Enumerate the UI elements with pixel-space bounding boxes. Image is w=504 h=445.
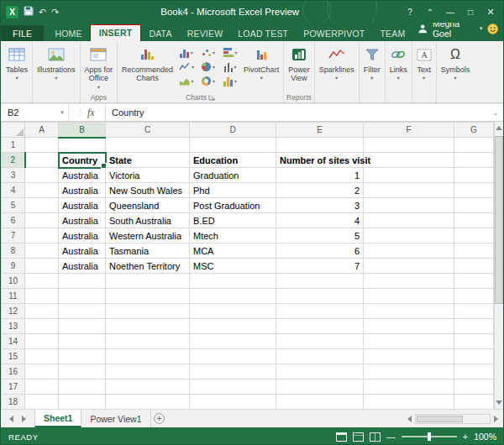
cell-B8[interactable]: Australia <box>59 243 106 259</box>
cell-F14[interactable] <box>364 334 454 349</box>
cell-A10[interactable] <box>25 274 59 289</box>
close-button[interactable]: ✕ <box>481 3 500 20</box>
tables-button[interactable]: Tables ▾ <box>3 42 30 102</box>
cell-B14[interactable] <box>59 334 106 349</box>
zoom-in-icon[interactable]: + <box>463 432 468 442</box>
tab-review[interactable]: REVIEW <box>180 25 231 41</box>
cell-G18[interactable] <box>454 395 494 410</box>
row-header-4[interactable]: 4 <box>2 183 25 198</box>
row-header-1[interactable]: 1 <box>2 138 25 153</box>
cell-G15[interactable] <box>454 349 494 364</box>
vertical-scrollbar[interactable] <box>494 122 503 409</box>
cell-G4[interactable] <box>454 183 494 198</box>
cell-C3[interactable]: Victoria <box>106 168 190 183</box>
cell-E3[interactable]: 1 <box>276 168 364 183</box>
row-header-18[interactable]: 18 <box>2 395 25 410</box>
tab-home[interactable]: HOME <box>47 25 89 41</box>
cell-D4[interactable]: Phd <box>190 183 276 198</box>
cell-F3[interactable] <box>364 168 454 183</box>
normal-view-icon[interactable] <box>336 432 347 442</box>
tab-load-test[interactable]: LOAD TEST <box>230 25 296 41</box>
sheet-tab-sheet1[interactable]: Sheet1 <box>34 410 81 427</box>
doughnut-chart-button[interactable]: ▾ <box>197 74 219 88</box>
cell-B18[interactable] <box>59 395 106 410</box>
cell-C9[interactable]: Noethen Territory <box>106 259 190 274</box>
cell-D11[interactable] <box>190 289 276 304</box>
cell-D3[interactable]: Graduation <box>190 168 276 183</box>
links-button[interactable]: Links ▾ <box>387 42 410 102</box>
help-icon[interactable]: ? <box>401 3 419 20</box>
cell-F1[interactable] <box>364 138 454 153</box>
cell-C11[interactable] <box>106 289 190 304</box>
row-header-16[interactable]: 16 <box>2 364 25 380</box>
cell-A6[interactable] <box>25 213 59 228</box>
cell-F18[interactable] <box>364 395 454 410</box>
cell-A2[interactable] <box>25 153 59 168</box>
cell-C14[interactable] <box>106 334 190 349</box>
cell-D6[interactable]: B.ED <box>190 213 276 228</box>
cell-B1[interactable] <box>59 138 106 153</box>
tab-team[interactable]: TEAM <box>372 25 412 41</box>
cell-C15[interactable] <box>106 349 190 364</box>
cell-B3[interactable]: Australia <box>59 168 106 183</box>
row-header-15[interactable]: 15 <box>2 349 25 364</box>
cell-D12[interactable] <box>190 304 276 319</box>
cell-D14[interactable] <box>190 334 276 349</box>
cell-A4[interactable] <box>25 183 59 198</box>
zoom-slider-thumb[interactable] <box>428 432 431 441</box>
cell-G11[interactable] <box>454 289 494 304</box>
tab-data[interactable]: DATA <box>141 25 179 41</box>
row-header-14[interactable]: 14 <box>2 334 25 349</box>
cell-D7[interactable]: Mtech <box>190 228 276 243</box>
cell-C4[interactable]: New South Wales <box>106 183 190 198</box>
cell-G6[interactable] <box>454 213 494 228</box>
cell-B10[interactable] <box>59 274 106 289</box>
cell-E14[interactable] <box>276 334 364 349</box>
column-header-F[interactable]: F <box>364 123 454 138</box>
column-header-A[interactable]: A <box>25 123 59 138</box>
tab-powerpivot[interactable]: POWERPIVOT <box>296 25 372 41</box>
cell-G10[interactable] <box>454 274 494 289</box>
cell-D8[interactable]: MCA <box>190 243 276 259</box>
scroll-right-icon[interactable] <box>494 416 498 422</box>
tab-insert[interactable]: INSERT <box>90 24 142 41</box>
cell-B9[interactable]: Australia <box>59 259 106 274</box>
zoom-level[interactable]: 100% <box>474 432 496 442</box>
row-header-7[interactable]: 7 <box>2 228 25 243</box>
cell-A16[interactable] <box>25 364 59 380</box>
cell-A11[interactable] <box>25 289 59 304</box>
cell-E15[interactable] <box>276 349 364 364</box>
scroll-left-icon[interactable] <box>407 416 412 422</box>
cell-D9[interactable]: MSC <box>190 259 276 274</box>
maximize-button[interactable]: □ <box>461 3 480 20</box>
cell-G3[interactable] <box>454 168 494 183</box>
scatter-chart-button[interactable]: ▾ <box>197 45 219 60</box>
cell-A5[interactable] <box>25 198 59 213</box>
cell-A7[interactable] <box>25 228 59 243</box>
cell-B15[interactable] <box>59 349 106 364</box>
row-header-6[interactable]: 6 <box>2 213 25 228</box>
cell-C1[interactable] <box>106 138 190 153</box>
tab-file[interactable]: FILE <box>1 25 44 41</box>
next-sheet-icon[interactable] <box>22 416 26 422</box>
row-header-9[interactable]: 9 <box>2 259 25 274</box>
cell-A15[interactable] <box>25 349 59 364</box>
illustrations-button[interactable]: Illustrations ▾ <box>34 42 78 102</box>
cell-B13[interactable] <box>59 319 106 334</box>
insert-function-icon[interactable]: fx <box>87 107 95 119</box>
cell-E18[interactable] <box>276 395 364 410</box>
cell-F7[interactable] <box>364 228 454 243</box>
apps-for-office-button[interactable]: Apps for Office ▾ <box>82 42 116 92</box>
cell-E17[interactable] <box>276 380 364 395</box>
cell-F15[interactable] <box>364 349 454 364</box>
cell-E7[interactable]: 5 <box>276 228 364 243</box>
cell-A18[interactable] <box>25 395 59 410</box>
cell-D17[interactable] <box>190 380 276 395</box>
recommended-charts-button[interactable]: Recommended Charts <box>119 42 176 92</box>
cell-E11[interactable] <box>276 289 364 304</box>
cell-D10[interactable] <box>190 274 276 289</box>
sparklines-button[interactable]: Sparklines ▾ <box>317 42 357 102</box>
cell-F13[interactable] <box>364 319 454 334</box>
cell-A3[interactable] <box>25 168 59 183</box>
cell-D15[interactable] <box>190 349 276 364</box>
